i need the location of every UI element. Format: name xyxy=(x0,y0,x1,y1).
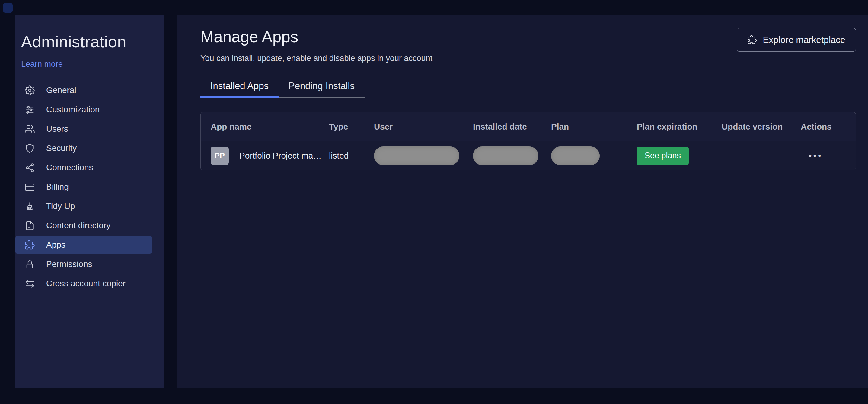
installed-date-cell xyxy=(473,146,551,165)
transfer-arrows-icon xyxy=(25,279,35,289)
column-header-actions: Actions xyxy=(801,122,856,132)
plan-cell xyxy=(551,146,637,165)
app-logo xyxy=(3,3,13,13)
sidebar-item-security[interactable]: Security xyxy=(16,140,152,157)
sidebar-item-label: Connections xyxy=(46,163,93,172)
credit-card-icon xyxy=(25,182,35,192)
table-row: PP Portfolio Project ma… listed See plan… xyxy=(201,141,856,170)
explore-marketplace-label: Explore marketplace xyxy=(763,35,845,45)
page-title: Manage Apps xyxy=(200,27,433,46)
column-header-plan: Plan xyxy=(551,122,637,132)
sidebar-item-label: Users xyxy=(46,124,68,134)
actions-cell: ••• xyxy=(801,151,856,161)
sidebar-item-billing[interactable]: Billing xyxy=(16,178,152,196)
column-header-type: Type xyxy=(329,122,374,132)
sidebar-item-label: Customization xyxy=(46,105,100,114)
apps-tabs: Installed Apps Pending Installs xyxy=(200,81,365,97)
column-header-app-name: App name xyxy=(201,122,329,132)
admin-sidebar: Administration Learn more General Custom… xyxy=(16,16,164,388)
gear-icon xyxy=(25,85,35,95)
sidebar-item-content-directory[interactable]: Content directory xyxy=(16,217,152,234)
row-actions-menu-icon[interactable]: ••• xyxy=(801,151,823,161)
sidebar-item-label: Cross account copier xyxy=(46,279,126,288)
page-header: Manage Apps You can install, update, ena… xyxy=(200,27,856,63)
column-header-plan-expiration: Plan expiration xyxy=(637,122,722,132)
sidebar-item-users[interactable]: Users xyxy=(16,120,152,138)
nodes-icon xyxy=(25,163,35,173)
document-icon xyxy=(25,221,35,231)
sidebar-title: Administration xyxy=(21,32,164,51)
sidebar-item-connections[interactable]: Connections xyxy=(16,159,152,176)
sidebar-item-label: Apps xyxy=(46,240,65,250)
redacted-installed-date-value xyxy=(473,146,538,165)
app-name-cell: PP Portfolio Project ma… xyxy=(201,147,329,165)
sidebar-item-customization[interactable]: Customization xyxy=(16,101,152,118)
app-type-cell: listed xyxy=(329,151,374,161)
redacted-user-value xyxy=(374,146,459,165)
installed-apps-table: App name Type User Installed date Plan P… xyxy=(200,112,856,170)
broom-icon xyxy=(25,201,35,211)
page-subtitle: You can install, update, enable and disa… xyxy=(200,54,433,63)
page-header-text: Manage Apps You can install, update, ena… xyxy=(200,27,433,63)
sidebar-item-apps[interactable]: Apps xyxy=(16,236,152,254)
shield-icon xyxy=(25,143,35,153)
sidebar-item-permissions[interactable]: Permissions xyxy=(16,255,152,273)
table-header-row: App name Type User Installed date Plan P… xyxy=(201,112,856,141)
redacted-plan-value xyxy=(551,146,600,165)
sidebar-item-label: Content directory xyxy=(46,221,111,230)
sidebar-item-general[interactable]: General xyxy=(16,82,152,99)
tab-installed-apps[interactable]: Installed Apps xyxy=(200,81,279,97)
users-icon xyxy=(25,124,35,134)
column-header-update-version: Update version xyxy=(722,122,801,132)
app-avatar: PP xyxy=(211,147,229,165)
lock-icon xyxy=(25,259,35,269)
sliders-icon xyxy=(25,105,35,115)
learn-more-link[interactable]: Learn more xyxy=(21,59,63,69)
sidebar-item-cross-account-copier[interactable]: Cross account copier xyxy=(16,275,152,292)
sidebar-item-label: Security xyxy=(46,143,77,153)
tab-pending-installs[interactable]: Pending Installs xyxy=(279,81,365,97)
sidebar-item-label: Tidy Up xyxy=(46,201,75,211)
sidebar-nav: General Customization Users Security Con xyxy=(16,82,164,292)
puzzle-icon xyxy=(747,35,757,45)
sidebar-item-label: Billing xyxy=(46,182,69,192)
user-cell xyxy=(374,146,473,165)
see-plans-button[interactable]: See plans xyxy=(637,147,689,165)
sidebar-item-label: Permissions xyxy=(46,259,92,269)
puzzle-icon xyxy=(25,240,35,250)
app-name-text: Portfolio Project ma… xyxy=(239,151,321,161)
sidebar-item-label: General xyxy=(46,85,76,95)
manage-apps-panel: Manage Apps You can install, update, ena… xyxy=(177,16,868,388)
column-header-user: User xyxy=(374,122,473,132)
sidebar-item-tidy-up[interactable]: Tidy Up xyxy=(16,198,152,215)
explore-marketplace-button[interactable]: Explore marketplace xyxy=(737,28,856,52)
column-header-installed-date: Installed date xyxy=(473,122,551,132)
plan-expiration-cell: See plans xyxy=(637,147,722,165)
